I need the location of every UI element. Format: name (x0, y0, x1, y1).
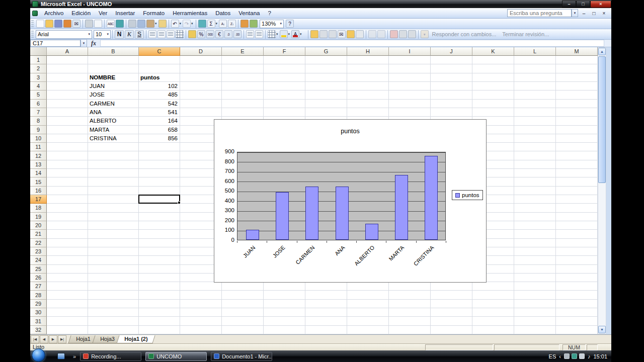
row-header-9[interactable]: 9 (30, 126, 47, 134)
attach-icon[interactable] (399, 30, 407, 38)
chart-object[interactable]: puntos 0100200300400500600700800900JUANJ… (214, 119, 487, 283)
row-header-30[interactable]: 30 (30, 308, 47, 317)
start-button[interactable] (32, 348, 45, 362)
underline-button[interactable]: S (135, 30, 144, 39)
row-header-27[interactable]: 27 (30, 282, 47, 291)
toolbar-grip[interactable] (31, 31, 34, 38)
row-header-24[interactable]: 24 (30, 256, 47, 264)
row-header-11[interactable]: 11 (30, 143, 47, 151)
column-header-I[interactable]: I (389, 47, 431, 56)
tab-scroll-icon-3[interactable]: ▶| (58, 335, 66, 343)
menu-insertar[interactable]: Insertar (111, 9, 139, 18)
row-header-25[interactable]: 25 (30, 265, 47, 274)
chevron-down-icon[interactable]: ▾ (191, 22, 193, 26)
column-header-A[interactable]: A (47, 47, 88, 56)
accept-change-icon[interactable] (368, 30, 376, 38)
cut-icon[interactable] (128, 20, 136, 28)
doc-close-button[interactable]: × (600, 10, 608, 17)
chevron-down-icon[interactable]: ▾ (300, 32, 302, 36)
font-color-icon[interactable]: A (291, 30, 299, 38)
menu-edici-n[interactable]: Edición (67, 9, 95, 18)
merge-center-icon[interactable] (176, 30, 184, 38)
row-header-12[interactable]: 12 (30, 151, 47, 160)
row-header-18[interactable]: 18 (30, 204, 47, 212)
row-header-20[interactable]: 20 (30, 221, 47, 230)
chart-wizard-icon[interactable] (240, 20, 249, 28)
fill-color-icon[interactable] (280, 30, 288, 38)
research-icon[interactable] (116, 20, 124, 28)
row-header-15[interactable]: 15 (30, 177, 47, 186)
row-header-3[interactable]: 3 (30, 73, 47, 82)
previous-comment-icon[interactable] (319, 30, 328, 38)
row-header-10[interactable]: 10 (30, 134, 47, 143)
column-header-F[interactable]: F (264, 47, 305, 56)
decrease-indent-icon[interactable] (246, 30, 254, 38)
column-header-L[interactable]: L (514, 47, 556, 56)
euro-icon[interactable]: € (215, 30, 223, 38)
name-box-dropdown-icon[interactable]: ▾ (80, 39, 87, 47)
bold-button[interactable]: N (115, 30, 124, 39)
print-icon[interactable] (85, 20, 93, 28)
column-header-K[interactable]: K (472, 47, 514, 56)
insert-function-button[interactable]: fx (91, 40, 96, 47)
row-header-31[interactable]: 31 (30, 317, 47, 325)
row-header-19[interactable]: 19 (30, 213, 47, 221)
save-icon[interactable] (54, 20, 62, 28)
close-button[interactable]: × (590, 1, 611, 8)
name-box[interactable]: C17 (30, 40, 80, 47)
column-header-C[interactable]: C (139, 47, 180, 56)
workbook-icon[interactable] (32, 11, 38, 16)
tray-expand-icon[interactable]: ‹ (559, 353, 561, 359)
sort-descending-icon[interactable]: Z↓ (228, 20, 236, 28)
row-header-32[interactable]: 32 (30, 326, 47, 334)
menu--[interactable]: ? (264, 9, 275, 18)
scroll-up-icon[interactable]: ▲ (598, 48, 606, 55)
language-indicator[interactable]: ES (549, 353, 556, 359)
row-header-29[interactable]: 29 (30, 300, 47, 308)
paste-icon[interactable] (146, 20, 154, 28)
drawing-icon[interactable] (250, 20, 258, 28)
borders-icon[interactable] (268, 30, 276, 38)
menu-archivo[interactable]: Archivo (40, 9, 67, 18)
tab-scroll-icon-2[interactable]: ▶ (49, 335, 57, 343)
taskbar-button-uncomo[interactable]: UNCOMO (145, 352, 207, 361)
font-name-select[interactable]: Arial ▾ (36, 30, 92, 39)
column-header-E[interactable]: E (222, 47, 264, 56)
row-header-5[interactable]: 5 (30, 90, 47, 99)
chevron-down-icon[interactable]: ▾ (216, 22, 218, 26)
column-header-D[interactable]: D (180, 47, 222, 56)
taskbar-button-documento1-micr-[interactable]: Documento1 - Micr... (211, 352, 272, 361)
row-header-7[interactable]: 7 (30, 108, 47, 117)
hyperlink-icon[interactable] (198, 20, 206, 28)
print-preview-icon[interactable] (94, 20, 102, 28)
vertical-scroll-thumb[interactable] (598, 56, 606, 183)
row-header-23[interactable]: 23 (30, 247, 47, 256)
row-header-13[interactable]: 13 (30, 160, 47, 169)
autosum-icon[interactable]: Σ (207, 20, 215, 28)
decrease-decimal-icon[interactable]: .00 (233, 30, 242, 38)
send-mail-icon[interactable] (408, 30, 416, 38)
align-right-icon[interactable] (167, 30, 175, 38)
row-header-21[interactable]: 21 (30, 230, 47, 238)
tab-scroll-icon-1[interactable]: ◀ (40, 335, 48, 343)
tray-icon-2[interactable] (572, 353, 577, 359)
chevron-down-icon[interactable]: ▾ (288, 32, 290, 36)
row-header-22[interactable]: 22 (30, 239, 47, 247)
column-header-M[interactable]: M (556, 47, 598, 56)
open-original-icon[interactable] (310, 30, 318, 38)
next-comment-icon[interactable] (329, 30, 337, 38)
flag-icon[interactable]: ▼ (421, 30, 429, 38)
doc-restore-button[interactable]: □ (590, 10, 598, 17)
reject-change-icon[interactable] (377, 30, 385, 38)
maximize-button[interactable]: □ (576, 1, 590, 8)
format-painter-icon[interactable] (158, 20, 167, 28)
toolbar-grip[interactable] (31, 20, 34, 28)
worksheet-grid[interactable]: ABCDEFGHIJKLM 12345678910111213141516171… (30, 47, 598, 334)
redo-icon[interactable]: ↷ (183, 20, 191, 28)
track-changes-icon[interactable] (390, 30, 398, 38)
minimize-button[interactable]: – (562, 1, 576, 8)
align-center-icon[interactable] (157, 30, 166, 38)
increase-decimal-icon[interactable]: .0 (224, 30, 232, 38)
permission-icon[interactable] (63, 20, 71, 28)
undo-icon[interactable]: ↶ (171, 20, 179, 28)
